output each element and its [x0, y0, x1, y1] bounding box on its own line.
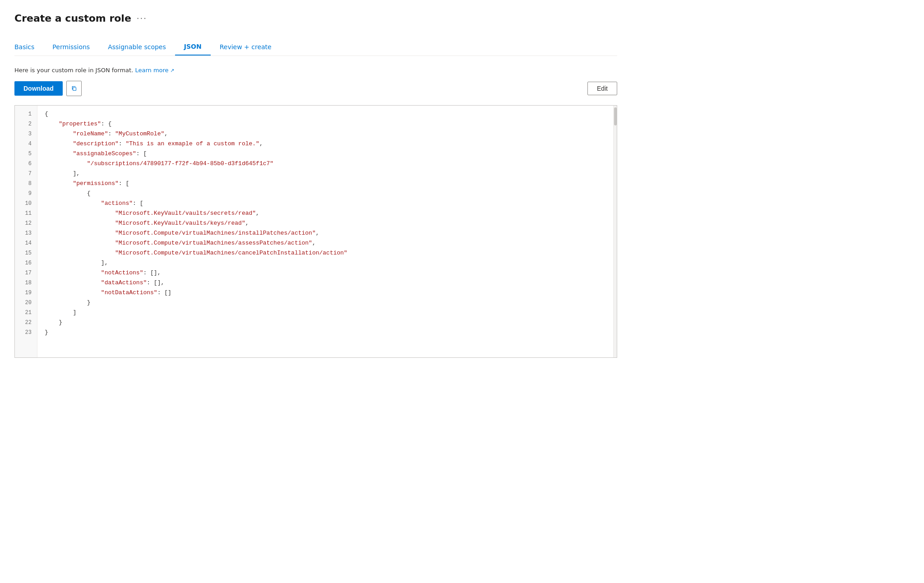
- code-line-4: "description": "This is an exmaple of a …: [45, 139, 606, 149]
- line-num-4: 4: [15, 139, 37, 149]
- code-line-14: "Microsoft.Compute/virtualMachines/asses…: [45, 238, 606, 248]
- line-num-16: 16: [15, 258, 37, 268]
- line-num-14: 14: [15, 238, 37, 248]
- line-num-21: 21: [15, 308, 37, 318]
- line-num-7: 7: [15, 169, 37, 179]
- tab-review-create[interactable]: Review + create: [211, 39, 281, 55]
- line-num-17: 17: [15, 268, 37, 278]
- code-line-7: ],: [45, 169, 606, 179]
- line-num-22: 22: [15, 318, 37, 328]
- code-editor: 1 2 3 4 5 6 7 8 9 10 11 12 13 14 15 16 1…: [14, 105, 617, 358]
- action-row: Download Edit: [14, 81, 617, 96]
- vertical-scrollbar[interactable]: [613, 106, 617, 357]
- line-num-5: 5: [15, 149, 37, 159]
- tab-assignable-scopes[interactable]: Assignable scopes: [99, 39, 175, 55]
- code-content[interactable]: { "properties": { "roleName": "MyCustomR…: [37, 106, 613, 357]
- code-line-17: "notActions": [],: [45, 268, 606, 278]
- code-line-11: "Microsoft.KeyVault/vaults/secrets/read"…: [45, 208, 606, 218]
- code-line-18: "dataActions": [],: [45, 278, 606, 288]
- tab-basics[interactable]: Basics: [14, 39, 43, 55]
- page-title: Create a custom role: [14, 13, 131, 24]
- line-num-8: 8: [15, 179, 37, 189]
- line-num-2: 2: [15, 119, 37, 129]
- description-row: Here is your custom role in JSON format.…: [14, 67, 617, 74]
- copy-icon: [71, 85, 77, 92]
- code-line-21: ]: [45, 308, 606, 318]
- code-line-15: "Microsoft.Compute/virtualMachines/cance…: [45, 248, 606, 258]
- code-line-6: "/subscriptions/47890177-f72f-4b94-85b0-…: [45, 159, 606, 169]
- code-line-3: "roleName": "MyCustomRole",: [45, 129, 606, 139]
- code-line-1: {: [45, 109, 606, 119]
- line-num-1: 1: [15, 109, 37, 119]
- line-numbers: 1 2 3 4 5 6 7 8 9 10 11 12 13 14 15 16 1…: [15, 106, 37, 357]
- edit-button[interactable]: Edit: [587, 82, 617, 95]
- line-num-10: 10: [15, 199, 37, 208]
- svg-rect-0: [73, 88, 76, 91]
- code-line-20: }: [45, 298, 606, 308]
- code-line-12: "Microsoft.KeyVault/vaults/keys/read",: [45, 218, 606, 228]
- line-num-15: 15: [15, 248, 37, 258]
- download-button[interactable]: Download: [14, 81, 63, 96]
- line-num-3: 3: [15, 129, 37, 139]
- learn-more-link[interactable]: Learn more: [135, 67, 174, 74]
- line-num-11: 11: [15, 208, 37, 218]
- page-container: Create a custom role ··· Basics Permissi…: [0, 0, 632, 370]
- line-num-19: 19: [15, 288, 37, 298]
- code-line-5: "assignableScopes": [: [45, 149, 606, 159]
- code-line-9: {: [45, 189, 606, 199]
- action-left: Download: [14, 81, 82, 96]
- line-num-18: 18: [15, 278, 37, 288]
- scrollbar-thumb: [614, 107, 617, 125]
- code-line-23: }: [45, 328, 606, 338]
- title-row: Create a custom role ···: [14, 13, 617, 24]
- line-num-13: 13: [15, 228, 37, 238]
- description-text: Here is your custom role in JSON format.: [14, 67, 133, 74]
- code-line-8: "permissions": [: [45, 179, 606, 189]
- line-num-23: 23: [15, 328, 37, 338]
- tab-json[interactable]: JSON: [175, 38, 211, 56]
- code-line-22: }: [45, 318, 606, 328]
- code-line-16: ],: [45, 258, 606, 268]
- line-num-20: 20: [15, 298, 37, 308]
- code-line-13: "Microsoft.Compute/virtualMachines/insta…: [45, 228, 606, 238]
- code-line-2: "properties": {: [45, 119, 606, 129]
- line-num-12: 12: [15, 218, 37, 228]
- line-num-6: 6: [15, 159, 37, 169]
- code-line-19: "notDataActions": []: [45, 288, 606, 298]
- line-num-9: 9: [15, 189, 37, 199]
- copy-button[interactable]: [66, 81, 82, 96]
- tab-permissions[interactable]: Permissions: [43, 39, 99, 55]
- more-options-icon[interactable]: ···: [137, 14, 147, 23]
- tab-nav: Basics Permissions Assignable scopes JSO…: [14, 38, 617, 56]
- code-line-10: "actions": [: [45, 199, 606, 208]
